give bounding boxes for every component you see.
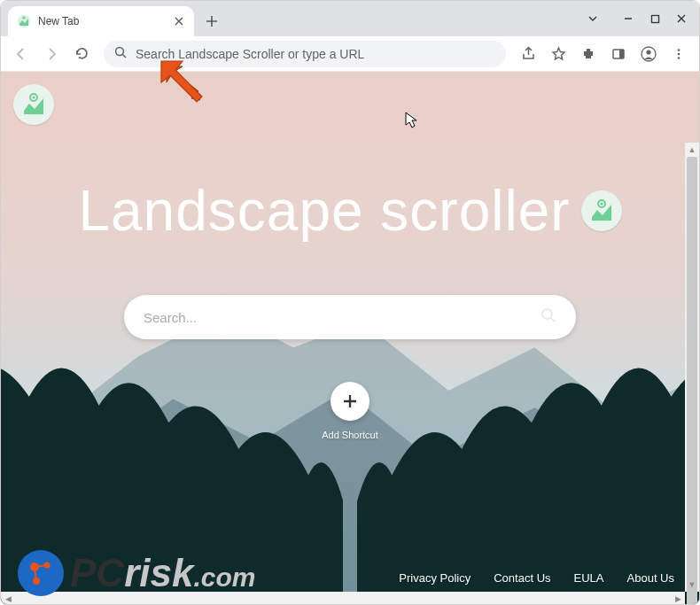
scroll-thumb[interactable] (687, 157, 697, 605)
browser-tab[interactable]: New Tab (8, 6, 194, 36)
add-shortcut-label: Add Shortcut (322, 430, 378, 440)
footer-links: Privacy Policy Contact Us EULA About Us (399, 571, 674, 585)
reload-button[interactable] (68, 41, 95, 67)
logo-badge-corner[interactable] (13, 84, 54, 125)
omnibox-input[interactable] (136, 47, 495, 61)
footer-link-contact[interactable]: Contact Us (494, 571, 550, 585)
tab-title: New Tab (38, 15, 166, 27)
close-window-button[interactable] (669, 6, 694, 31)
favicon-icon (17, 14, 31, 28)
search-bar[interactable] (124, 295, 576, 339)
profile-icon[interactable] (635, 41, 662, 67)
svg-point-1 (22, 16, 25, 19)
minimize-button[interactable] (616, 6, 641, 31)
maximize-button[interactable] (642, 6, 667, 31)
svg-point-3 (116, 47, 124, 55)
bookmark-icon[interactable] (545, 41, 572, 67)
search-icon (114, 46, 127, 62)
browser-toolbar (1, 36, 699, 72)
horizontal-scrollbar[interactable]: ◀ ▶ (1, 592, 685, 605)
page-content: Landscape scroller Add Shortcut Privacy … (1, 72, 699, 605)
omnibox[interactable] (104, 41, 506, 67)
scroll-up-icon[interactable]: ▲ (685, 143, 699, 157)
vertical-scrollbar[interactable]: ▲ ▼ (685, 143, 699, 592)
hero-section: Landscape scroller Add Shortcut (1, 178, 699, 440)
back-button[interactable] (8, 41, 35, 67)
svg-rect-2 (651, 15, 658, 22)
footer-link-about[interactable]: About Us (627, 571, 674, 585)
svg-point-8 (678, 49, 681, 51)
footer-link-eula[interactable]: EULA (574, 571, 604, 585)
sidepanel-icon[interactable] (605, 41, 632, 67)
browser-titlebar: New Tab (1, 1, 699, 36)
svg-rect-5 (619, 50, 624, 58)
footer-link-privacy[interactable]: Privacy Policy (399, 571, 471, 585)
svg-point-15 (542, 309, 552, 319)
forward-button[interactable] (38, 41, 65, 67)
svg-point-12 (32, 96, 35, 98)
new-tab-button[interactable] (199, 9, 224, 34)
extensions-icon[interactable] (575, 41, 602, 67)
scroll-down-icon[interactable]: ▼ (685, 578, 699, 592)
scroll-right-icon[interactable]: ▶ (671, 592, 685, 605)
menu-icon[interactable] (665, 41, 692, 67)
add-shortcut-section: Add Shortcut (322, 382, 378, 440)
share-icon[interactable] (515, 41, 541, 67)
svg-point-14 (600, 202, 603, 205)
add-shortcut-button[interactable] (331, 382, 369, 421)
svg-point-7 (646, 50, 650, 54)
svg-point-10 (678, 57, 681, 59)
chevron-down-icon[interactable] (580, 6, 605, 31)
tab-close-button[interactable] (173, 15, 185, 27)
search-input[interactable] (144, 310, 541, 325)
window-controls (580, 1, 694, 36)
search-icon[interactable] (541, 307, 556, 327)
svg-point-9 (678, 52, 681, 55)
scroll-left-icon[interactable]: ◀ (1, 592, 15, 605)
logo-badge-hero (581, 190, 622, 231)
hero-title: Landscape scroller (78, 178, 570, 244)
